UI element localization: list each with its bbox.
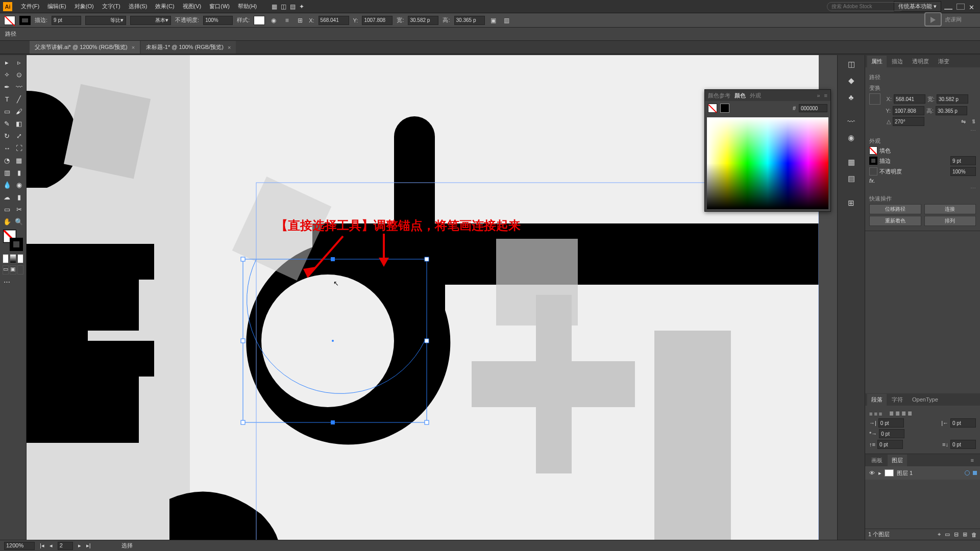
align-icon[interactable]: ≡ (282, 16, 291, 25)
make-clip-icon[interactable]: ▭ (945, 531, 950, 538)
perspective-tool[interactable]: ▦ (13, 154, 26, 166)
close-tab-icon[interactable]: × (228, 44, 231, 51)
menu-help[interactable]: 帮助(H) (234, 1, 260, 12)
search-input[interactable]: 搜索 Adobe Stock (827, 2, 903, 11)
prop-opacity-swatch[interactable] (869, 167, 877, 176)
new-layer-icon[interactable]: ⊞ (963, 531, 967, 538)
zoom-tool[interactable]: 🔍 (13, 215, 26, 228)
justify-left-icon[interactable]: ≣ (889, 410, 894, 417)
brush-def[interactable]: 基本 ▾ (130, 16, 171, 25)
expand-icon[interactable]: ▸ (878, 470, 881, 477)
color-spectrum[interactable] (707, 117, 828, 209)
ctab-color[interactable]: 颜色 (734, 92, 746, 99)
btn-arrange[interactable]: 排列 (924, 216, 976, 226)
tab-paragraph[interactable]: 段落 (867, 394, 887, 406)
transform-icon[interactable]: ⊞ (296, 16, 305, 25)
btn-recolor[interactable]: 重新着色 (869, 216, 921, 226)
close-tab-icon[interactable]: × (132, 44, 135, 51)
tab-artboards[interactable]: 画板 (867, 455, 887, 466)
blend-tool[interactable]: ◉ (13, 179, 26, 191)
nav-last-icon[interactable]: ▸| (86, 542, 91, 549)
graph-tool[interactable]: ▮ (13, 191, 26, 203)
minimize-button[interactable] (944, 4, 952, 10)
close-button[interactable]: ✕ (969, 4, 977, 10)
prop-x[interactable]: 568.041 (894, 94, 925, 104)
menu-type[interactable]: 文字(T) (99, 1, 124, 12)
justify-center-icon[interactable]: ≣ (895, 410, 900, 417)
new-sublayer-icon[interactable]: ⊟ (954, 531, 959, 538)
h-field[interactable]: 30.365 p (454, 16, 485, 25)
nav-next-icon[interactable]: ▸ (78, 542, 81, 549)
ref-point[interactable] (869, 93, 880, 105)
rotate-tool[interactable]: ↻ (1, 130, 13, 142)
panel-icon-brushes[interactable]: 〰 (843, 114, 860, 129)
free-transform-tool[interactable]: ⛶ (13, 142, 26, 154)
panel-icon-stroke[interactable]: ▦ (843, 155, 860, 169)
tab-properties[interactable]: 属性 (867, 56, 887, 67)
y-field[interactable]: 1007.808 (362, 16, 393, 25)
scale-tool[interactable]: ⤢ (13, 130, 26, 142)
prop-w[interactable]: 30.582 p (937, 94, 968, 104)
layer-name[interactable]: 图层 1 (897, 469, 913, 477)
color-mode[interactable] (3, 254, 9, 263)
edit-toolbar[interactable]: ⋯ (1, 276, 13, 288)
arrange-icon[interactable]: ◫ (279, 2, 288, 11)
panel-icon-libraries[interactable]: ◫ (843, 57, 860, 71)
tab-character[interactable]: 字符 (888, 394, 907, 406)
curvature-tool[interactable]: 〰 (13, 81, 26, 93)
stroke-box[interactable] (10, 238, 23, 251)
shape-builder-tool[interactable]: ◔ (1, 154, 13, 166)
justify-all-icon[interactable]: ≣ (908, 410, 912, 417)
hex-field[interactable]: 000000 (799, 104, 827, 112)
panel-menu-icon[interactable]: ≡ (967, 455, 978, 465)
doc-tab-2[interactable]: 未标题-1* @ 100% (RGB/预览)× (141, 41, 236, 54)
layer-row[interactable]: 👁 ▸ 图层 1 (865, 466, 980, 480)
target-icon[interactable] (965, 470, 970, 475)
type-tool[interactable]: T (1, 93, 13, 105)
doc-tab-1[interactable]: 父亲节讲解.ai* @ 1200% (RGB/预览)× (30, 41, 140, 54)
prop-h[interactable]: 30.365 p (936, 106, 967, 115)
slice-tool[interactable]: ✂ (13, 203, 26, 215)
layout-icon[interactable]: ▤ (288, 2, 297, 11)
nav-prev-icon[interactable]: ◂ (50, 542, 53, 549)
ctab-guide[interactable]: 颜色参考 (708, 92, 730, 99)
indent-right[interactable]: 0 pt (950, 418, 976, 428)
stroke-swatch[interactable] (19, 16, 31, 25)
menu-select[interactable]: 选择(S) (125, 1, 151, 12)
normal-screen[interactable]: ▭ (3, 265, 9, 274)
shaper-tool[interactable]: ✎ (1, 117, 13, 130)
menu-object[interactable]: 对象(O) (71, 1, 97, 12)
eyedropper-tool[interactable]: 💧 (1, 179, 13, 191)
prop-stroke-swatch[interactable] (869, 157, 877, 165)
tab-transparency[interactable]: 透明度 (908, 56, 933, 67)
rect-tool[interactable]: ▭ (1, 105, 13, 117)
panel-icon-symbols[interactable]: ◉ (843, 131, 860, 145)
stroke-profile[interactable]: 等比 ▾ (85, 16, 126, 25)
bridge-icon[interactable]: ▦ (270, 2, 279, 11)
colorpanel-fill[interactable] (708, 104, 717, 113)
more-options-icon[interactable]: ⋯ (869, 185, 976, 192)
locate-icon[interactable]: ⌖ (938, 531, 941, 538)
justify-right-icon[interactable]: ≣ (901, 410, 906, 417)
btn-join[interactable]: 连接 (924, 204, 976, 214)
color-panel-float[interactable]: 颜色参考 颜色 外观 »≡ #000000 (704, 89, 831, 212)
panel-icon-swatches[interactable]: ♣ (843, 90, 860, 104)
w-field[interactable]: 30.582 p (408, 16, 438, 25)
collapse-icon[interactable]: » (817, 92, 820, 98)
delete-layer-icon[interactable]: 🗑 (971, 532, 977, 538)
selection-tool[interactable]: ▸ (1, 56, 13, 68)
prop-angle[interactable]: 270° (893, 117, 924, 126)
space-before[interactable]: 0 pt (877, 440, 903, 449)
edit-icon[interactable]: ▥ (502, 16, 511, 25)
opacity-field[interactable]: 100% (203, 16, 233, 25)
artboard-nav[interactable]: 2 (58, 542, 73, 550)
artboard-tool[interactable]: ▭ (1, 203, 13, 215)
nav-first-icon[interactable]: |◂ (40, 542, 44, 549)
colorpanel-stroke[interactable] (720, 104, 729, 113)
full-screen[interactable]: ▣ (10, 265, 16, 274)
indent-left[interactable]: 0 pt (878, 418, 904, 428)
direct-select-tool[interactable]: ▹ (13, 56, 26, 68)
isolate-icon[interactable]: ▣ (489, 16, 498, 25)
recolor-icon[interactable]: ◉ (269, 16, 278, 25)
brush-tool[interactable]: 🖌 (13, 105, 26, 117)
